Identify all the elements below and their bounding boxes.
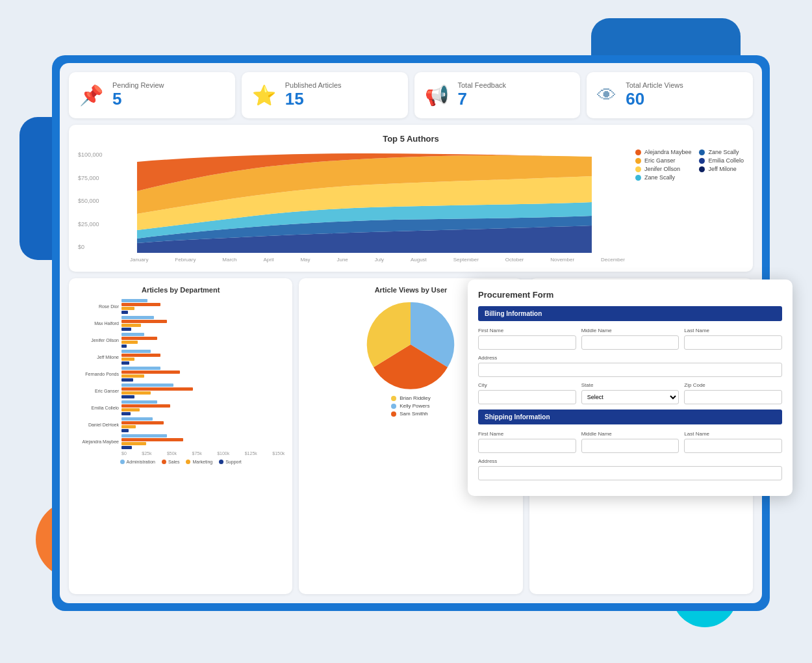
shipping-first-label: First Name xyxy=(478,431,576,437)
shipping-name-row: First Name Middle Name Last Name xyxy=(478,431,782,453)
legend-dot-7 xyxy=(699,166,705,172)
stat-card-feedback: 📢 Total Feedback 7 xyxy=(414,72,581,118)
billing-first-label: First Name xyxy=(478,328,576,333)
legend-item-6: Emilia Collelo xyxy=(699,157,744,164)
bar-row-6: Eric Ganser xyxy=(77,384,285,398)
shipping-first-input[interactable] xyxy=(478,439,576,453)
chart-area: $100,000 $75,000 $50,000 $25,000 $0 xyxy=(78,149,744,263)
shipping-address: Address xyxy=(478,458,782,480)
bar-x-axis: $0 $25k $50k $75k $100k $125k $150k xyxy=(121,451,285,456)
bar-group-8 xyxy=(121,417,164,432)
views-icon: 👁 xyxy=(597,84,616,107)
stat-info-published: Published Articles 15 xyxy=(285,81,342,109)
billing-last-input[interactable] xyxy=(684,335,782,350)
shipping-middle-input[interactable] xyxy=(581,439,679,453)
legend-col-2: Zane Scally Emilia Collelo Jeff Milone xyxy=(699,149,744,181)
bar-row-9: Alejandra Maybee xyxy=(77,434,285,449)
bar-row-8: Daniel DeHoek xyxy=(77,417,285,432)
top-authors-chart: Top 5 Authors $100,000 $75,000 $50,000 $… xyxy=(69,125,753,272)
bar-row-4: Jeff Milone xyxy=(77,350,285,365)
bar-row-7: Emilia Collelo xyxy=(77,400,285,415)
streamgraph: $100,000 $75,000 $50,000 $25,000 $0 xyxy=(78,149,625,263)
billing-zip-label: Zip Code xyxy=(684,382,782,388)
bar-group-9 xyxy=(121,434,183,449)
articles-dept-title: Articles by Department xyxy=(77,286,285,294)
shipping-address-input[interactable] xyxy=(478,466,782,480)
bar-group-1 xyxy=(121,299,160,314)
procurement-form: Procurement Form Billing Information Fir… xyxy=(468,280,793,496)
articles-by-dept-card: Articles by Department Rose Dior Max xyxy=(69,278,292,594)
legend-dot-1 xyxy=(635,150,641,155)
chart-legend: Alejandra Maybee Eric Ganser Jenifer Oll… xyxy=(635,149,744,181)
shipping-last-label: Last Name xyxy=(684,431,782,437)
bar-group-6 xyxy=(121,384,193,398)
legend-item-7: Jeff Milone xyxy=(699,166,744,172)
pie-legend: Brian Riddley Kelly Powers Sam Smithh xyxy=(391,395,431,417)
legend-dot-4 xyxy=(635,175,641,181)
stat-value-published: 15 xyxy=(285,89,342,109)
billing-zip: Zip Code xyxy=(684,382,782,404)
billing-first-name: First Name xyxy=(478,328,576,350)
legend-dot-5 xyxy=(699,150,705,155)
bar-group-5 xyxy=(121,367,180,382)
stat-label-pending: Pending Review xyxy=(112,81,164,89)
bar-legend: Administration Sales Marketing Support xyxy=(77,460,285,464)
billing-state-label: State xyxy=(581,382,679,388)
billing-zip-input[interactable] xyxy=(684,390,782,404)
stat-card-pending: 📌 Pending Review 5 xyxy=(69,72,235,118)
feedback-icon: 📢 xyxy=(425,84,449,107)
billing-middle-label: Middle Name xyxy=(581,328,679,333)
billing-address: Address xyxy=(478,355,782,377)
form-title: Procurement Form xyxy=(478,290,782,300)
y-axis: $100,000 $75,000 $50,000 $25,000 $0 xyxy=(78,149,104,253)
pie-legend-2: Kelly Powers xyxy=(391,403,431,409)
stat-info-views: Total Article Views 60 xyxy=(626,81,683,109)
shipping-middle-name: Middle Name xyxy=(581,431,679,453)
bar-group-4 xyxy=(121,350,160,365)
shipping-last-name: Last Name xyxy=(684,431,782,453)
stat-info-feedback: Total Feedback 7 xyxy=(458,81,507,109)
billing-last-label: Last Name xyxy=(684,328,782,333)
bar-chart: Rose Dior Max Halford xyxy=(77,299,285,456)
pending-icon: 📌 xyxy=(79,84,103,107)
billing-first-input[interactable] xyxy=(478,335,576,350)
legend-item-5: Zane Scally xyxy=(699,149,744,155)
pie-chart xyxy=(365,299,456,390)
billing-state: State Select ALAKCATXNY xyxy=(581,382,679,404)
stat-label-feedback: Total Feedback xyxy=(458,81,507,89)
legend-row-1: Alejandra Maybee Eric Ganser Jenifer Oll… xyxy=(635,149,744,181)
bar-row-1: Rose Dior xyxy=(77,299,285,314)
top-authors-title: Top 5 Authors xyxy=(78,134,744,144)
billing-name-row: First Name Middle Name Last Name xyxy=(478,328,782,350)
stat-info-pending: Pending Review 5 xyxy=(112,81,164,109)
stat-card-views: 👁 Total Article Views 60 xyxy=(587,72,753,118)
billing-last-name: Last Name xyxy=(684,328,782,350)
shipping-middle-label: Middle Name xyxy=(581,431,679,437)
shipping-last-input[interactable] xyxy=(684,439,782,453)
legend-dot-6 xyxy=(699,158,705,164)
billing-address-input[interactable] xyxy=(478,363,782,377)
billing-middle-name: Middle Name xyxy=(581,328,679,350)
billing-address-label: Address xyxy=(478,355,782,361)
billing-city: City xyxy=(478,382,576,404)
billing-address-row: Address xyxy=(478,355,782,377)
stat-value-pending: 5 xyxy=(112,89,164,109)
shipping-address-row: Address xyxy=(478,458,782,480)
legend-dot-3 xyxy=(635,166,641,172)
billing-middle-input[interactable] xyxy=(581,335,679,350)
legend-item-3: Jenifer Ollson xyxy=(635,166,692,172)
stat-value-views: 60 xyxy=(626,89,683,109)
stat-card-published: ⭐ Published Articles 15 xyxy=(242,72,408,118)
billing-city-input[interactable] xyxy=(478,390,576,404)
stat-label-published: Published Articles xyxy=(285,81,342,89)
legend-dot-2 xyxy=(635,158,641,164)
shipping-header: Shipping Information xyxy=(478,410,782,424)
legend-item-4: Zane Scally xyxy=(635,174,692,181)
legend-item-1: Alejandra Maybee xyxy=(635,149,692,155)
x-axis: January February March April May June Ju… xyxy=(104,257,625,263)
billing-state-select[interactable]: Select ALAKCATXNY xyxy=(581,390,679,404)
billing-header: Billing Information xyxy=(478,306,782,321)
legend-item-2: Eric Ganser xyxy=(635,157,692,164)
bar-group-7 xyxy=(121,400,170,415)
bar-row-2: Max Halford xyxy=(77,316,285,331)
